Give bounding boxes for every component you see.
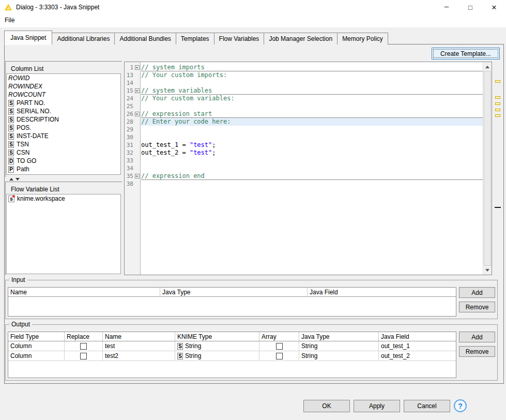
column-list-item[interactable]: ROWCOUNT	[7, 91, 120, 99]
collapse-up-icon[interactable]	[9, 178, 13, 181]
code-line[interactable]	[141, 79, 483, 87]
cell-field-type[interactable]: Column	[8, 341, 65, 351]
code-line[interactable]: // Enter your code here:	[141, 118, 483, 126]
tab-job-manager-selection[interactable]: Job Manager Selection	[264, 33, 338, 44]
cancel-button[interactable]: Cancel	[404, 400, 450, 412]
scroll-down-arrow-icon[interactable]	[483, 266, 492, 274]
scroll-up-arrow-icon[interactable]	[483, 63, 492, 71]
output-table-row[interactable]: Columntest2SStringStringout_test_2	[8, 351, 456, 361]
editor-code-area[interactable]: // system imports// Your custom imports:…	[141, 62, 483, 275]
cell-java-field[interactable]: out_test_1	[379, 341, 456, 351]
code-line[interactable]: // system imports	[141, 64, 483, 71]
input-split-divider[interactable]	[6, 275, 497, 279]
array-checkbox[interactable]	[276, 353, 283, 359]
output-add-button[interactable]: Add	[459, 332, 495, 342]
code-line[interactable]: // expression start	[141, 110, 483, 118]
code-line[interactable]: out_test_2 = "test";	[141, 149, 483, 157]
maximize-button[interactable]: □	[458, 0, 482, 14]
warning-marker-icon[interactable]	[495, 80, 500, 83]
cell-name[interactable]: test	[103, 341, 175, 351]
code-line[interactable]	[141, 126, 483, 133]
code-line[interactable]: // system variables	[141, 87, 483, 95]
code-line[interactable]	[141, 133, 483, 141]
close-button[interactable]: ✕	[482, 0, 506, 14]
column-list-item[interactable]: SINST-DATE	[7, 132, 120, 140]
column-list-item[interactable]: SDESCRIPTION	[7, 115, 120, 124]
column-list-item[interactable]: SCSN	[7, 148, 120, 157]
output-column-header[interactable]: Java Field	[379, 332, 456, 341]
cell-java-field[interactable]: out_test_2	[379, 351, 456, 361]
output-table-row[interactable]: ColumntestSStringStringout_test_1	[8, 341, 456, 351]
replace-checkbox[interactable]	[80, 343, 87, 350]
tab-flow-variables[interactable]: Flow Variables	[214, 33, 265, 44]
cell-java-type[interactable]: String	[299, 351, 379, 361]
column-list-item[interactable]: DTO GO	[7, 157, 120, 165]
cell-name[interactable]: test2	[103, 351, 175, 361]
column-list-item[interactable]: ROWID	[7, 74, 120, 82]
output-column-header[interactable]: Replace	[65, 332, 103, 341]
code-line[interactable]: out_test_1 = "test";	[141, 141, 483, 149]
tab-additional-bundles[interactable]: Additional Bundles	[114, 33, 176, 44]
scrollbar-thumb[interactable]	[484, 71, 491, 266]
tab-memory-policy[interactable]: Memory Policy	[337, 33, 388, 44]
input-add-button[interactable]: Add	[459, 287, 495, 298]
column-list-item[interactable]: PPath	[7, 165, 120, 173]
input-table[interactable]: NameJava TypeJava Field	[8, 287, 456, 317]
input-column-header[interactable]: Java Field	[308, 288, 456, 296]
column-list-item[interactable]: SSERIAL NO.	[7, 107, 120, 115]
flow-variable-list-item[interactable]: sknime.workspace	[7, 194, 120, 203]
tab-java-snippet[interactable]: Java Snippet	[4, 31, 52, 45]
fold-toggle-icon[interactable]: +	[135, 65, 140, 70]
output-column-header[interactable]: Array	[259, 332, 299, 341]
tab-templates[interactable]: Templates	[176, 33, 214, 44]
code-editor[interactable]: 1+131415+242526+2829303132333435+38 // s…	[124, 62, 492, 275]
replace-checkbox[interactable]	[80, 353, 87, 359]
code-line[interactable]: // Your custom variables:	[141, 95, 483, 102]
code-line[interactable]	[141, 180, 483, 188]
warning-marker-icon[interactable]	[495, 114, 500, 117]
code-line[interactable]	[141, 157, 483, 164]
collapse-down-icon[interactable]	[16, 178, 20, 181]
cell-knime-type[interactable]: SString	[175, 351, 259, 361]
editor-vertical-scrollbar[interactable]	[483, 62, 492, 275]
input-column-header[interactable]: Java Type	[160, 288, 308, 296]
warning-marker-icon[interactable]	[495, 96, 500, 99]
code-line[interactable]: // Your custom imports:	[141, 71, 483, 79]
column-list[interactable]: ROWIDROWINDEXROWCOUNTSPART NO.SSERIAL NO…	[6, 73, 121, 175]
fold-toggle-icon[interactable]: +	[135, 112, 140, 116]
output-remove-button[interactable]: Remove	[459, 346, 495, 357]
apply-button[interactable]: Apply	[354, 400, 400, 412]
fold-toggle-icon[interactable]: +	[135, 88, 140, 93]
editor-error-strip[interactable]	[493, 62, 502, 275]
output-table[interactable]: Field TypeReplaceNameKNIME TypeArrayJava…	[8, 332, 456, 378]
code-line[interactable]	[141, 102, 483, 110]
column-list-item[interactable]: ROWINDEX	[7, 82, 120, 91]
fold-toggle-icon[interactable]: +	[135, 174, 140, 178]
output-column-header[interactable]: Java Type	[299, 332, 379, 341]
cell-knime-type[interactable]: SString	[175, 341, 259, 351]
output-column-header[interactable]: Field Type	[8, 332, 65, 341]
code-line[interactable]	[141, 164, 483, 172]
cell-java-type[interactable]: String	[299, 341, 379, 351]
flow-variable-list[interactable]: sknime.workspace	[6, 194, 121, 274]
column-list-item[interactable]: STSN	[7, 140, 120, 148]
column-list-item[interactable]: SPART NO.	[7, 99, 120, 107]
code-line[interactable]: // expression end	[141, 172, 483, 180]
output-column-header[interactable]: KNIME Type	[175, 332, 259, 341]
warning-marker-icon[interactable]	[495, 102, 500, 105]
lists-split-divider[interactable]	[6, 177, 121, 182]
output-column-header[interactable]: Name	[103, 332, 175, 341]
cell-field-type[interactable]: Column	[8, 351, 65, 361]
input-column-header[interactable]: Name	[8, 288, 160, 296]
ok-button[interactable]: OK	[303, 400, 350, 412]
help-icon[interactable]: ?	[454, 399, 467, 412]
array-checkbox[interactable]	[276, 343, 283, 350]
tab-additional-libraries[interactable]: Additional Libraries	[52, 33, 115, 44]
column-list-item[interactable]: SPOS.	[7, 124, 120, 132]
minimize-button[interactable]: –	[435, 0, 458, 14]
output-split-divider[interactable]	[6, 320, 497, 324]
create-template-button[interactable]: Create Template...	[432, 48, 500, 59]
warning-marker-icon[interactable]	[495, 109, 500, 111]
input-remove-button[interactable]: Remove	[459, 302, 495, 312]
menu-item-file[interactable]: File	[0, 14, 19, 26]
